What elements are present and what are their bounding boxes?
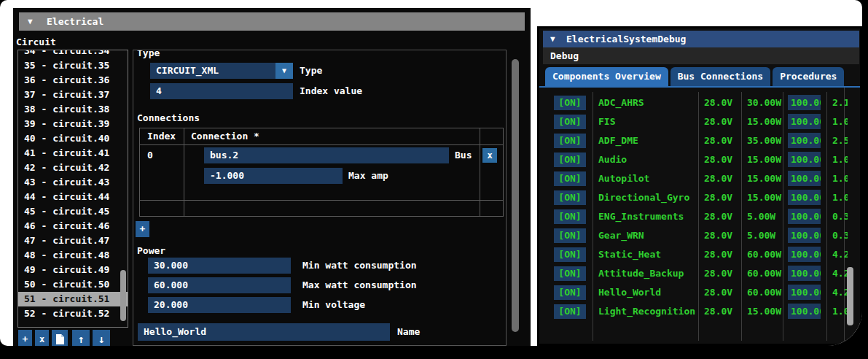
component-load-input[interactable]: 100.00 — [788, 285, 821, 300]
chevron-down-icon[interactable]: ▼ — [275, 63, 293, 79]
copy-circuit-button[interactable] — [52, 330, 68, 346]
move-down-button[interactable]: ↓ — [93, 330, 110, 346]
circuit-list-item[interactable]: 47 - circuit.47 — [18, 233, 128, 248]
component-load-input[interactable]: 100.00 — [788, 266, 821, 281]
power-value-input[interactable]: 60.000 — [148, 277, 291, 293]
component-amps: 2.1 — [832, 96, 848, 110]
debug-window-header[interactable]: ▼ ElectricalSystemDebug — [543, 31, 859, 47]
circuit-list-item[interactable]: 45 - circuit.45 — [18, 204, 128, 219]
component-voltage: 28.0V — [704, 96, 732, 110]
collapse-triangle-icon[interactable]: ▼ — [550, 31, 555, 47]
circuit-list-item[interactable]: 44 - circuit.44 — [18, 190, 128, 204]
components-table: [ON] ADC_AHRS 28.0V 30.00W 100.00 2.1 [O… — [545, 88, 860, 344]
window-title: ElectricalSystemDebug — [566, 31, 686, 47]
component-voltage: 28.0V — [704, 209, 732, 224]
component-wattage: 30.00W — [747, 96, 781, 110]
component-load-input[interactable]: 100.00 — [788, 190, 821, 205]
component-wattage: 15.00W — [747, 115, 781, 129]
tab[interactable]: Procedures — [773, 67, 844, 86]
component-wattage: 15.00W — [747, 153, 781, 167]
component-amps: 4.2 — [832, 266, 848, 281]
tab[interactable]: Bus Connections — [670, 67, 770, 86]
circuit-list-item[interactable]: 46 - circuit.46 — [18, 219, 128, 233]
column-divider — [184, 128, 184, 216]
collapse-triangle-icon[interactable]: ▼ — [28, 12, 33, 31]
circuit-list-item[interactable]: 37 - circuit.37 — [18, 88, 128, 102]
debug-menu-item[interactable]: Debug — [550, 47, 579, 64]
index-value-input[interactable]: 4 — [150, 83, 293, 99]
component-amps: 4.2 — [832, 247, 848, 262]
table-scrollbar-thumb[interactable] — [847, 267, 853, 325]
circuit-list-item[interactable]: 41 - circuit.41 — [18, 146, 128, 161]
circuit-list-item[interactable]: 50 - circuit.50 — [18, 277, 128, 292]
status-badge[interactable]: [ON] — [554, 171, 586, 186]
add-circuit-button[interactable]: + — [18, 330, 32, 346]
component-load-input[interactable]: 100.00 — [788, 133, 821, 148]
table-row: [ON] ENG_Instruments 28.0V 5.00W 100.00 … — [545, 207, 860, 226]
type-dropdown[interactable]: CIRCUIT_XML ▼ — [150, 63, 293, 79]
table-row: [ON] Light_Recognition 28.0V 15.00W 100.… — [545, 302, 860, 321]
status-badge[interactable]: [ON] — [554, 96, 586, 110]
remove-connection-button[interactable]: x — [482, 148, 497, 163]
power-section-label: Power — [137, 243, 165, 259]
component-load-input[interactable]: 100.00 — [788, 152, 821, 167]
connection-row-index: 0 — [147, 147, 153, 163]
status-badge[interactable]: [ON] — [554, 134, 586, 148]
component-load-input[interactable]: 100.00 — [788, 171, 821, 186]
electrical-window: ▼ Electrical Circuit 34 - circuit.3435 -… — [13, 8, 531, 346]
component-load-input[interactable]: 100.00 — [788, 209, 821, 224]
tab[interactable]: Components Overview — [545, 67, 668, 86]
form-scrollbar-thumb[interactable] — [512, 59, 519, 332]
index-column-header: Index — [147, 128, 176, 144]
component-name: Gear_WRN — [598, 228, 644, 243]
component-load-input[interactable]: 100.00 — [788, 304, 821, 319]
circuit-list-item[interactable]: 52 - circuit.52 — [18, 306, 128, 321]
status-badge[interactable]: [ON] — [554, 247, 586, 262]
status-badge[interactable]: [ON] — [554, 153, 586, 167]
status-badge[interactable]: [ON] — [554, 266, 586, 281]
status-badge[interactable]: [ON] — [554, 228, 586, 243]
status-badge[interactable]: [ON] — [554, 190, 586, 205]
circuit-list-item[interactable]: 39 - circuit.39 — [18, 117, 128, 131]
component-load-input[interactable]: 100.00 — [788, 114, 821, 129]
add-connection-button[interactable]: + — [136, 221, 149, 237]
circuit-list-item[interactable]: 40 - circuit.40 — [18, 131, 128, 146]
component-load-input[interactable]: 100.00 — [788, 95, 821, 110]
component-load-input[interactable]: 100.00 — [788, 247, 821, 262]
power-value-input[interactable]: 20.000 — [148, 297, 291, 313]
circuit-list-item[interactable]: 35 - circuit.35 — [18, 58, 128, 73]
status-badge[interactable]: [ON] — [554, 209, 586, 224]
circuit-list-item[interactable]: 38 - circuit.38 — [18, 102, 128, 117]
component-amps: 2.5 — [832, 134, 848, 148]
form-scrollbar[interactable] — [512, 56, 519, 335]
status-badge[interactable]: [ON] — [554, 115, 586, 129]
component-load-input[interactable]: 100.00 — [788, 228, 821, 243]
table-row: [ON] Hello_World 28.0V 60.00W 100.00 4.2 — [545, 283, 860, 302]
table-row: [ON] ADF_DME 28.0V 35.00W 100.00 2.5 — [545, 131, 860, 150]
component-name: Audio — [598, 153, 627, 167]
status-badge[interactable]: [ON] — [554, 285, 586, 300]
component-voltage: 28.0V — [704, 171, 732, 186]
circuit-list-item[interactable]: 42 - circuit.42 — [18, 161, 128, 175]
table-row: [ON] Audio 28.0V 15.00W 100.00 1.0 — [545, 150, 860, 169]
circuit-list-scrollbar[interactable] — [120, 270, 126, 321]
electrical-window-header[interactable]: ▼ Electrical — [19, 12, 525, 31]
power-field-label: Min watt consumption — [302, 258, 417, 274]
delete-circuit-button[interactable]: x — [35, 330, 49, 346]
circuit-list: 34 - circuit.3435 - circuit.3536 - circu… — [17, 50, 128, 328]
component-voltage: 28.0V — [704, 228, 732, 243]
circuit-list-item[interactable]: 43 - circuit.43 — [18, 175, 128, 190]
status-badge[interactable]: [ON] — [554, 304, 586, 319]
bus-input[interactable]: bus.2 — [204, 147, 449, 163]
component-voltage: 28.0V — [704, 266, 732, 281]
max-amp-input[interactable]: -1.000 — [204, 168, 343, 184]
circuit-list-item[interactable]: 34 - circuit.34 — [18, 50, 128, 58]
circuit-list-item[interactable]: 36 - circuit.36 — [18, 73, 128, 88]
circuit-list-item[interactable]: 48 - circuit.48 — [18, 248, 128, 263]
circuit-list-item[interactable]: 49 - circuit.49 — [18, 263, 128, 277]
copy-icon — [55, 336, 65, 346]
move-up-button[interactable]: ↑ — [72, 330, 90, 346]
name-input[interactable]: Hello_World — [138, 323, 390, 341]
circuit-list-item[interactable]: 51 - circuit.51 — [18, 292, 128, 306]
power-value-input[interactable]: 30.000 — [148, 258, 291, 274]
